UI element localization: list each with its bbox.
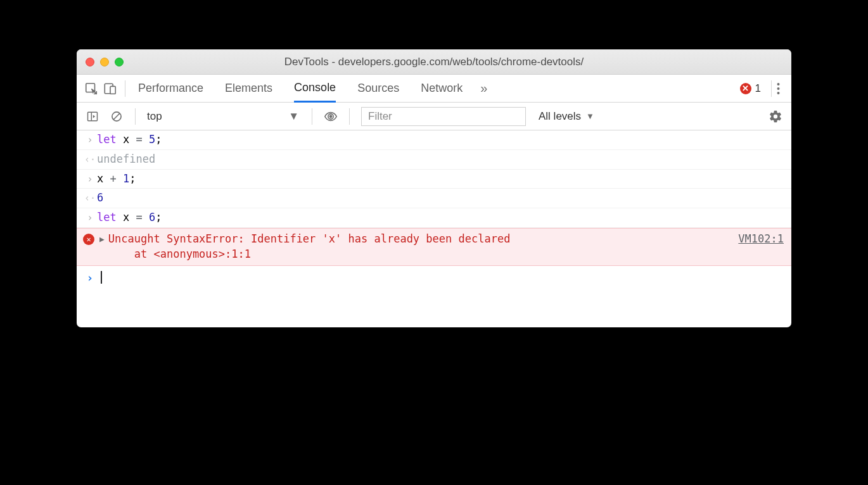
console-output[interactable]: ›let x = 5;‹·undefined›x + 1;‹·6›let x =… <box>77 130 791 327</box>
tab-console[interactable]: Console <box>294 75 336 103</box>
console-result-row: ‹·6 <box>77 189 791 208</box>
filter-input[interactable] <box>361 107 526 126</box>
svg-rect-6 <box>88 112 98 120</box>
svg-rect-2 <box>110 86 115 94</box>
tab-performance[interactable]: Performance <box>138 75 203 103</box>
chevron-down-icon: ▼ <box>288 110 299 123</box>
console-error-row: ✕▶Uncaught SyntaxError: Identifier 'x' h… <box>77 228 791 266</box>
error-source-link[interactable]: VM102:1 <box>738 232 784 247</box>
clear-console-icon[interactable] <box>107 107 126 126</box>
toggle-device-toolbar-icon[interactable] <box>101 79 120 98</box>
window-title: DevTools - developers.google.com/web/too… <box>77 56 791 68</box>
prompt-icon: › <box>83 270 97 286</box>
console-result-row: ‹·undefined <box>77 150 791 170</box>
console-settings-icon[interactable] <box>766 107 785 126</box>
svg-point-4 <box>777 87 780 90</box>
console-prompt[interactable]: › <box>77 266 791 289</box>
input-prompt-icon: › <box>83 210 97 225</box>
tab-sources[interactable]: Sources <box>357 75 399 103</box>
tab-elements[interactable]: Elements <box>225 75 272 103</box>
error-message: Uncaught SyntaxError: Identifier 'x' has… <box>108 232 726 262</box>
divider <box>349 108 350 125</box>
inspect-element-icon[interactable] <box>82 79 101 98</box>
input-prompt-icon: › <box>83 172 97 186</box>
console-input-code: x + 1; <box>97 172 784 187</box>
tab-network[interactable]: Network <box>421 75 463 103</box>
error-count: 1 <box>755 82 761 95</box>
log-levels-selector[interactable]: All levels ▼ <box>539 110 594 123</box>
console-result-value: undefined <box>97 152 784 167</box>
input-prompt-icon: › <box>83 132 97 147</box>
divider <box>125 80 125 97</box>
context-selector[interactable]: top ▼ <box>144 107 303 126</box>
console-input-row: ›let x = 5; <box>77 130 791 150</box>
context-selector-label: top <box>147 110 162 123</box>
toggle-sidebar-icon[interactable] <box>83 107 102 126</box>
result-arrow-icon: ‹· <box>83 191 97 205</box>
svg-point-8 <box>329 115 333 118</box>
console-input-code: let x = 5; <box>97 132 784 148</box>
console-toolbar: top ▼ All levels ▼ <box>77 103 791 130</box>
error-icon: ✕ <box>83 234 94 245</box>
console-input-row: ›let x = 6; <box>77 208 791 228</box>
panel-tabs-row: PerformanceElementsConsoleSourcesNetwork… <box>77 75 791 103</box>
result-arrow-icon: ‹· <box>83 152 97 167</box>
console-result-value: 6 <box>97 191 784 206</box>
expand-error-icon[interactable]: ▶ <box>99 234 105 245</box>
live-expression-icon[interactable] <box>321 107 340 126</box>
svg-point-3 <box>777 83 780 85</box>
titlebar: DevTools - developers.google.com/web/too… <box>77 49 791 75</box>
console-input-row: ›x + 1; <box>77 170 791 189</box>
zoom-window-button[interactable] <box>115 58 124 66</box>
devtools-window: DevTools - developers.google.com/web/too… <box>77 49 791 327</box>
chevron-down-icon: ▼ <box>586 111 594 121</box>
traffic-lights <box>86 58 124 66</box>
divider <box>135 108 136 125</box>
divider <box>312 108 312 125</box>
log-levels-label: All levels <box>539 110 581 123</box>
panel-tabs: PerformanceElementsConsoleSourcesNetwork <box>138 75 463 103</box>
close-window-button[interactable] <box>86 58 94 66</box>
text-cursor <box>101 271 102 284</box>
console-input-code: let x = 6; <box>97 210 784 225</box>
error-icon: ✕ <box>740 83 751 94</box>
more-options-button[interactable] <box>771 80 785 97</box>
overflow-tabs-button[interactable]: » <box>480 81 487 96</box>
error-badge[interactable]: ✕ 1 <box>740 82 761 95</box>
svg-point-5 <box>777 92 780 94</box>
minimize-window-button[interactable] <box>100 58 109 66</box>
